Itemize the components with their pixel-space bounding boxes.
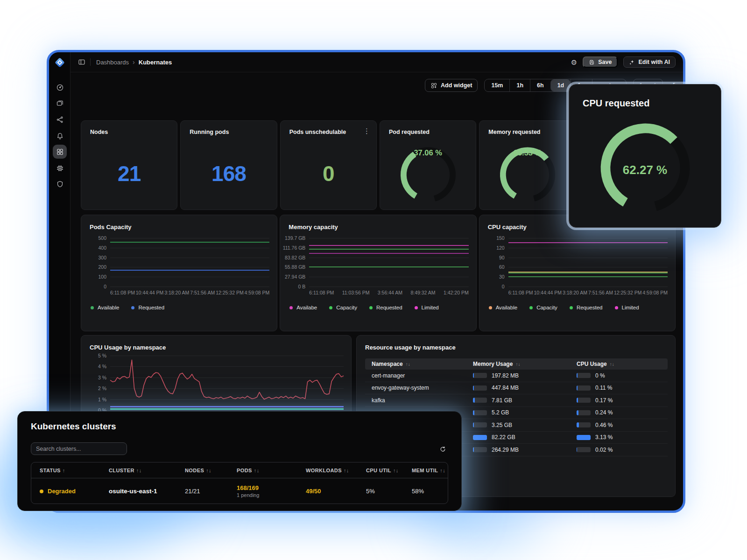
column-header-pods[interactable]: PODS↑↓ [237, 468, 306, 473]
gridline [309, 248, 468, 248]
add-widget-label: Add widget [441, 82, 472, 89]
sidebar-item-topology[interactable] [53, 112, 67, 126]
chart-legend: AvailableCapacityRequestedLimited [489, 305, 668, 310]
x-axis-ticks: 6:11:08 PM10:44:44 PM3:18:20 AM7:51:56 A… [110, 290, 269, 295]
gauge-value: 62.27 % [569, 163, 721, 177]
column-header-namespace[interactable]: Namespace↑↓ [365, 361, 466, 367]
kubernetes-clusters-panel: Kubernetes clusters STATUS↑CLUSTER↑↓NODE… [17, 411, 462, 511]
sort-icon: ↑↓ [406, 362, 410, 367]
memory-value: 447.84 MB [492, 385, 519, 391]
legend-item[interactable]: Limited [415, 305, 439, 310]
column-header-memory-usage[interactable]: Memory Usage↑↓ [466, 361, 570, 367]
legend-dot-icon [369, 306, 373, 309]
memory-bar [473, 410, 487, 415]
legend-item[interactable]: Available [91, 305, 119, 310]
y-axis-tick: 150 [496, 235, 505, 241]
cpu-value: 3.13 % [595, 434, 613, 441]
sidebar-item-applications[interactable] [53, 96, 67, 110]
sidebar-item-security[interactable] [53, 177, 67, 191]
sort-icon: ↑↓ [393, 468, 399, 473]
windows-icon [56, 99, 64, 107]
cpu-value: 0.24 % [595, 409, 613, 416]
namespace-cell: kafka [365, 397, 466, 404]
pods-pending: 1 pending [237, 492, 306, 498]
gauge-card-pod-requested: Pod requested 37.06 % [380, 120, 476, 210]
kebab-menu-icon[interactable]: ⋮ [363, 127, 370, 135]
panel-toggle-icon[interactable] [78, 58, 85, 66]
status-badge: Degraded [48, 488, 76, 495]
resource-table-row[interactable]: cert-manager197.82 MB0 % [365, 370, 668, 382]
chart-title: CPU Usage by namespace [90, 344, 344, 351]
refresh-button[interactable] [436, 442, 449, 455]
legend-label: Requested [376, 305, 402, 310]
memory-value: 82.22 GB [492, 434, 515, 441]
resource-table-row[interactable]: kafka7.81 GB0.17 % [365, 394, 668, 407]
legend-item[interactable]: Requested [570, 305, 603, 310]
x-axis-tick: 11:03:56 PM [342, 290, 370, 295]
column-header-cpu-util[interactable]: CPU UTIL↑↓ [366, 468, 412, 473]
legend-item[interactable]: Availabe [289, 305, 317, 310]
legend-dot-icon [570, 306, 573, 309]
gear-icon[interactable]: ⚙ [571, 59, 577, 66]
column-header-cluster[interactable]: CLUSTER↑↓ [109, 468, 185, 473]
gridline [110, 238, 269, 238]
legend-label: Limited [622, 305, 639, 310]
x-axis-tick: 7:51:56 AM [588, 290, 613, 295]
gridline [110, 258, 269, 258]
edit-with-ai-button[interactable]: Edit with AI [623, 56, 676, 68]
x-axis-tick: 10:44:44 PM [136, 290, 164, 295]
legend-dot-icon [91, 306, 94, 309]
app-logo-icon[interactable] [54, 56, 66, 69]
column-header-status[interactable]: STATUS↑ [40, 468, 109, 473]
time-range-6h[interactable]: 6h [530, 79, 550, 91]
legend-label: Requested [577, 305, 603, 310]
gridline [508, 248, 668, 248]
gauge-card-memory-requested: Memory requested 63.53 % [479, 120, 576, 210]
x-axis-tick: 6:11:08 PM [309, 290, 334, 295]
gauge-value: 37.06 % [380, 148, 476, 157]
memory-cell: 5.2 GB [466, 409, 570, 416]
gridline [508, 287, 668, 287]
top-bar: Dashboards › Kubernates ⚙ Save Edit with… [70, 52, 683, 72]
breadcrumb-dashboards[interactable]: Dashboards [96, 59, 129, 66]
legend-item[interactable]: Capacity [329, 305, 357, 310]
page: Dashboards › Kubernates ⚙ Save Edit with… [0, 0, 747, 560]
time-range-1h[interactable]: 1h [509, 79, 530, 91]
sort-icon: ↑↓ [136, 468, 142, 473]
search-clusters-input[interactable] [31, 442, 127, 455]
gridline [110, 248, 269, 248]
x-axis-tick: 3:56:44 AM [378, 290, 402, 295]
sidebar-item-dashboards[interactable] [53, 145, 67, 159]
sidebar-item-overview[interactable] [53, 80, 67, 94]
memory-value: 7.81 GB [492, 397, 512, 404]
stat-value: 0 [281, 161, 376, 186]
cpu-bar [577, 385, 591, 391]
add-widget-icon [430, 82, 437, 89]
plot-area: 5004003002001000 [110, 238, 269, 287]
legend-item[interactable]: Available [489, 305, 517, 310]
cpu-cell: 0.02 % [570, 447, 668, 453]
sidebar-item-alerts[interactable] [53, 129, 67, 143]
save-button[interactable]: Save [583, 56, 618, 68]
time-range-15m[interactable]: 15m [485, 79, 509, 91]
add-widget-button[interactable]: Add widget [425, 79, 478, 92]
legend-item[interactable]: Capacity [529, 305, 557, 310]
time-range-1d[interactable]: 1d [550, 79, 571, 91]
gridline [508, 258, 668, 258]
resource-table-row[interactable]: envoy-gateway-system447.84 MB0.11 % [365, 382, 668, 395]
y-axis-tick: 0 [502, 284, 505, 289]
gauge-value: 63.53 % [479, 148, 575, 157]
column-header-mem-util[interactable]: MEM UTIL↑↓ [412, 468, 448, 473]
column-header-nodes[interactable]: NODES↑↓ [185, 468, 237, 473]
series-Capacity [508, 273, 668, 273]
legend-item[interactable]: Requested [369, 305, 402, 310]
legend-item[interactable]: Requested [131, 305, 164, 310]
series-band-blue [110, 406, 344, 407]
column-header-workloads[interactable]: WORKLOADS↑↓ [306, 468, 366, 473]
cluster-row[interactable]: Degraded osuite-us-east-1 21/21 168/169 … [31, 478, 448, 504]
sidebar-item-infrastructure[interactable] [53, 161, 67, 175]
column-header-cpu-usage[interactable]: CPU Usage↑↓ [570, 361, 668, 367]
namespace-cell: cert-manager [365, 372, 466, 379]
cpu-bar [577, 447, 591, 452]
legend-item[interactable]: Limited [615, 305, 639, 310]
